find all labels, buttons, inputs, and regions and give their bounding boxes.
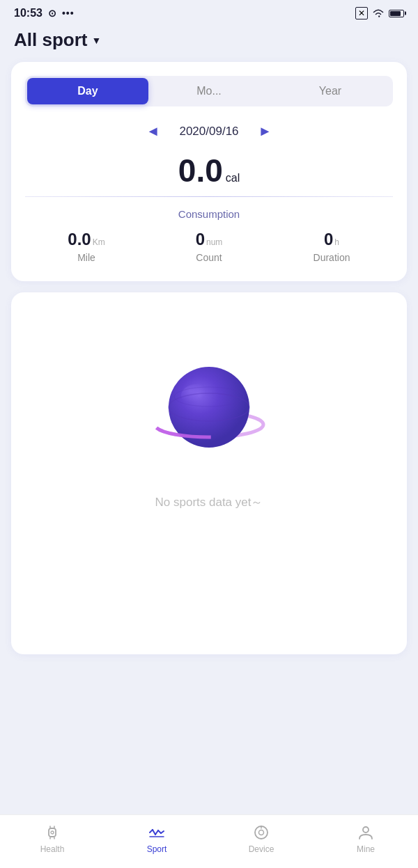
planet-illustration (146, 341, 272, 466)
tab-month[interactable]: Mo... (148, 78, 270, 104)
ellipsis-icon: ••• (62, 8, 75, 19)
x-icon: ✕ (355, 7, 368, 19)
nav-sport-label: Sport (147, 844, 167, 854)
calories-unit: cal (226, 172, 240, 184)
prev-date-button[interactable]: ◄ (141, 120, 166, 142)
person-icon (357, 823, 375, 842)
svg-line-16 (161, 831, 164, 833)
empty-state-card: No sports data yet～ (11, 292, 407, 654)
duration-label: Duration (270, 252, 393, 263)
nav-item-health[interactable]: Health (0, 823, 104, 854)
calories-display: 0.0cal (25, 155, 393, 187)
at-icon: ⊙ (48, 8, 56, 19)
svg-rect-6 (49, 828, 56, 837)
svg-line-14 (155, 830, 158, 835)
nav-mine-label: Mine (357, 844, 375, 854)
divider (25, 196, 393, 197)
nav-health-label: Health (40, 844, 65, 854)
metric-count: 0num Count (148, 230, 270, 263)
tab-year[interactable]: Year (270, 78, 391, 104)
dropdown-arrow-icon[interactable]: ▼ (91, 35, 101, 46)
tab-selector: Day Mo... Year (25, 76, 393, 106)
svg-point-11 (51, 831, 54, 834)
wifi-icon (372, 8, 385, 18)
header: All sport ▼ (0, 24, 418, 62)
metric-mile: 0.0Km Mile (25, 230, 148, 263)
empty-state-text: No sports data yet～ (155, 494, 263, 510)
watch-icon (43, 823, 61, 842)
svg-point-19 (259, 830, 264, 835)
nav-device-label: Device (249, 844, 274, 854)
svg-line-13 (153, 830, 155, 835)
mile-label: Mile (25, 252, 148, 263)
svg-point-21 (363, 827, 369, 833)
device-icon (252, 823, 270, 842)
battery-icon (389, 10, 404, 17)
status-left: 10:53 ⊙ ••• (14, 7, 75, 19)
mile-value: 0.0Km (25, 230, 148, 249)
calories-value: 0.0 (178, 152, 223, 189)
stats-card: Day Mo... Year ◄ 2020/09/16 ► 0.0cal Con… (11, 62, 407, 281)
count-label: Count (148, 252, 270, 263)
nav-item-mine[interactable]: Mine (314, 823, 418, 854)
time-display: 10:53 (14, 7, 42, 19)
tab-day[interactable]: Day (27, 78, 148, 104)
next-date-button[interactable]: ► (253, 120, 278, 142)
duration-value: 0h (270, 230, 393, 249)
date-navigator: ◄ 2020/09/16 ► (25, 120, 393, 142)
nav-item-device[interactable]: Device (209, 823, 314, 854)
status-right: ✕ (355, 7, 404, 19)
status-bar: 10:53 ⊙ ••• ✕ (0, 0, 418, 24)
nav-item-sport[interactable]: Sport (104, 823, 209, 854)
metric-duration: 0h Duration (270, 230, 393, 263)
bottom-nav: Health Sport Device Mine (0, 814, 418, 868)
count-value: 0num (148, 230, 270, 249)
sport-icon (147, 823, 167, 842)
metrics-row: 0.0Km Mile 0num Count 0h Duration (25, 230, 393, 263)
consumption-label: Consumption (25, 204, 393, 230)
page-title[interactable]: All sport ▼ (14, 29, 404, 51)
current-date: 2020/09/16 (179, 125, 238, 139)
main-content: Day Mo... Year ◄ 2020/09/16 ► 0.0cal Con… (0, 62, 418, 724)
